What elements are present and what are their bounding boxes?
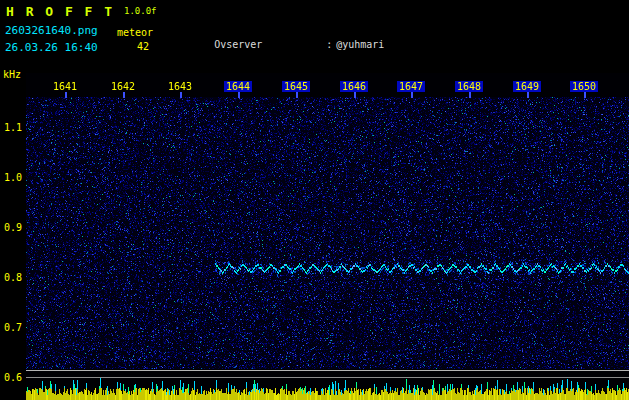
time-tick-label: 1646 <box>340 81 368 92</box>
output-filename: 2603261640.png <box>5 24 98 37</box>
info-row-observer: Ovserver:@yuhmari <box>178 27 583 39</box>
time-tick-label: 1643 <box>166 81 194 92</box>
time-tick-label: 1642 <box>109 81 137 92</box>
spectrogram-canvas <box>26 73 629 400</box>
time-tick-label: 1649 <box>513 81 541 92</box>
time-tick-label: 1645 <box>282 81 310 92</box>
freq-tick-label: 0.9 <box>1 222 22 233</box>
time-tick-label: 1648 <box>455 81 483 92</box>
time-tick-label: 1647 <box>397 81 425 92</box>
freq-tick-label: 0.6 <box>1 372 22 383</box>
app-version: 1.0.0f <box>124 6 157 16</box>
info-value: @yuhmari <box>336 39 384 50</box>
app-title: H R O F F T <box>6 4 114 19</box>
freq-tick-label: 0.8 <box>1 272 22 283</box>
freq-axis-unit: kHz <box>1 69 24 80</box>
time-tick-label: 1641 <box>51 81 79 92</box>
freq-tick-label: 1.0 <box>1 172 22 183</box>
timestamp: 26.03.26 16:40 <box>5 41 98 54</box>
time-tick-label: 1644 <box>224 81 252 92</box>
mode-label: meteor <box>117 27 153 38</box>
info-separator: : <box>326 39 336 51</box>
hrofft-window: H R O F F T 1.0.0f 2603261640.png meteor… <box>0 0 629 400</box>
freq-tick-label: 1.1 <box>1 122 22 133</box>
freq-tick-label: 0.7 <box>1 322 22 333</box>
info-label: Ovserver <box>214 39 326 51</box>
time-tick-label: 1650 <box>570 81 598 92</box>
meteor-count: 42 <box>137 41 149 52</box>
